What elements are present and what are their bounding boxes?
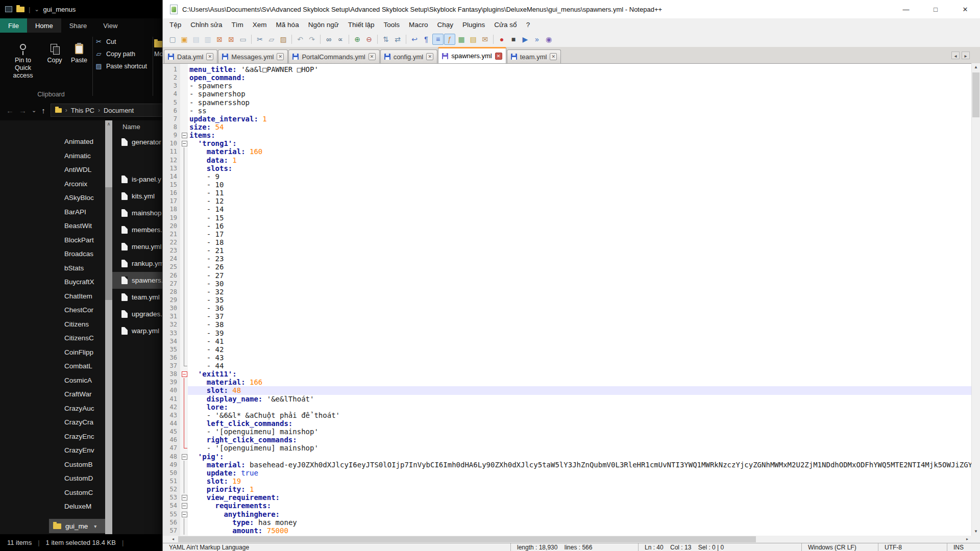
fold-toggle-icon[interactable] xyxy=(180,453,188,461)
pin-to-quick-access-button[interactable]: Pin to Quick access xyxy=(6,37,40,80)
menu-Chạy[interactable]: Chạy xyxy=(433,18,458,32)
menu-Ngôn ngữ[interactable]: Ngôn ngữ xyxy=(304,18,344,32)
file-item-menu.yml[interactable]: menu.yml xyxy=(112,238,164,255)
close-button[interactable]: ✕ xyxy=(950,0,980,18)
zoom-in-icon[interactable]: ⊕ xyxy=(352,34,363,45)
scroll-down-arrow-icon[interactable]: ▼ xyxy=(972,528,980,536)
tree-scrollbar[interactable]: ∧ xyxy=(105,120,112,534)
record-macro-icon[interactable]: ● xyxy=(496,34,507,45)
menu-Cửa sổ[interactable]: Cửa sổ xyxy=(489,18,521,32)
document-map-icon[interactable]: ▦ xyxy=(456,34,467,45)
tree-item-CitizensC[interactable]: CitizensC xyxy=(64,331,105,345)
paste-shortcut-button[interactable]: ▨ Paste shortcut xyxy=(95,62,152,70)
replace-icon[interactable]: ∝ xyxy=(335,34,346,45)
tree-item-CustomB[interactable]: CustomB xyxy=(64,458,105,472)
tree-item-AntiWDL[interactable]: AntiWDL xyxy=(64,163,105,177)
column-header-name[interactable]: Name xyxy=(112,120,164,134)
code-text[interactable]: - 12 xyxy=(188,197,971,205)
code-text[interactable]: - 42 xyxy=(188,345,971,354)
tab-scroll-left-icon[interactable]: ◂ xyxy=(951,52,960,59)
horizontal-scrollbar-thumb[interactable] xyxy=(178,536,756,542)
menu-Thiết lập[interactable]: Thiết lập xyxy=(344,18,379,32)
indent-guide-icon[interactable]: ≡ xyxy=(432,34,444,45)
paste-button[interactable]: Paste xyxy=(67,37,91,64)
tree-item-bStats[interactable]: bStats xyxy=(64,261,105,276)
menu-Mã hóa[interactable]: Mã hóa xyxy=(272,18,304,32)
ribbon-tab-file[interactable]: File xyxy=(0,18,27,33)
file-item-mainshop[interactable]: mainshop xyxy=(112,205,164,221)
tab-PortalCommands.yml[interactable]: PortalCommands.yml✕ xyxy=(288,49,379,63)
menu-Chỉnh sửa[interactable]: Chỉnh sửa xyxy=(186,18,227,32)
tree-item-ASkyBloc[interactable]: ASkyBloc xyxy=(64,191,105,205)
tree-item-Broadcas[interactable]: Broadcas xyxy=(64,247,105,261)
new-file-icon[interactable]: ▢ xyxy=(167,34,178,45)
save-icon[interactable]: ▤ xyxy=(190,34,202,45)
recent-locations-dropdown[interactable]: ⌄ xyxy=(32,107,36,114)
file-item-members.[interactable]: members. xyxy=(112,221,164,238)
code-text[interactable]: material: basehead-eyJ0ZXh0dXJlcyI6eyJTS… xyxy=(188,461,971,469)
breadcrumb-this-pc[interactable]: This PC xyxy=(71,107,94,114)
ribbon-tab-share[interactable]: Share xyxy=(61,18,95,33)
playback-macro-icon[interactable]: ▶ xyxy=(520,34,531,45)
code-text[interactable]: requirements: xyxy=(188,502,971,510)
document-list-icon[interactable]: ▤ xyxy=(468,34,479,45)
code-text[interactable]: - 37 xyxy=(188,312,971,320)
code-text[interactable]: material: 160 xyxy=(188,147,971,156)
tab-config.yml[interactable]: config.yml✕ xyxy=(380,49,438,63)
code-text[interactable]: 'exit11': xyxy=(188,370,971,378)
word-wrap-icon[interactable]: ↩ xyxy=(409,34,420,45)
copy-path-button[interactable]: ▱ Copy path xyxy=(95,50,152,58)
code-text[interactable]: - '[openguimenu] mainshop' xyxy=(188,444,971,452)
tree-item-CrazyCra[interactable]: CrazyCra xyxy=(64,415,105,430)
code-text[interactable]: - 15 xyxy=(188,214,971,222)
file-item-team.yml[interactable]: team.yml xyxy=(112,289,164,306)
open-folder-icon[interactable]: ▣ xyxy=(179,34,190,45)
code-text[interactable]: - 10 xyxy=(188,181,971,189)
menu-Xem[interactable]: Xem xyxy=(248,18,272,32)
tree-item-ChestCor[interactable]: ChestCor xyxy=(64,303,105,317)
stop-recording-icon[interactable]: ■ xyxy=(508,34,519,45)
code-text[interactable]: priority: 1 xyxy=(188,485,971,493)
file-item-warp.yml[interactable]: warp.yml xyxy=(112,322,164,339)
tree-item-DeluxeM[interactable]: DeluxeM xyxy=(64,499,105,514)
zoom-out-icon[interactable]: ⊖ xyxy=(363,34,375,45)
code-text[interactable]: amount: 75000 xyxy=(188,527,971,535)
minimize-button[interactable]: — xyxy=(891,0,921,18)
ribbon-tab-view[interactable]: View xyxy=(95,18,126,33)
copy-button[interactable]: Copy xyxy=(43,37,66,64)
menu-Plugins[interactable]: Plugins xyxy=(458,18,489,32)
code-text[interactable]: - 35 xyxy=(188,296,971,304)
breadcrumb-documents[interactable]: Document xyxy=(104,107,134,114)
code-text[interactable]: - '[openguimenu] mainshop' xyxy=(188,428,971,436)
file-browser-icon[interactable]: ✉ xyxy=(479,34,491,45)
cut-icon[interactable]: ✂ xyxy=(254,34,265,45)
code-text[interactable]: lore: xyxy=(188,403,971,411)
close-tab-icon[interactable]: ✕ xyxy=(550,53,557,60)
tree-item-BeastWit[interactable]: BeastWit xyxy=(64,219,105,233)
tree-item-BlockPart[interactable]: BlockPart xyxy=(64,233,105,247)
close-tab-icon[interactable]: ✕ xyxy=(277,53,284,60)
scroll-up-icon[interactable]: ∧ xyxy=(105,120,112,128)
tree-item-BarAPI[interactable]: BarAPI xyxy=(64,205,105,219)
scroll-right-arrow-icon[interactable]: ▸ xyxy=(963,536,971,543)
tree-item-gui_menus-selected[interactable]: gui_me ▾ xyxy=(49,519,105,533)
code-text[interactable]: - 41 xyxy=(188,337,971,345)
code-text[interactable]: data: 1 xyxy=(188,156,971,164)
close-file-icon[interactable]: ⊠ xyxy=(214,34,225,45)
code-text[interactable]: - spawnersshop xyxy=(188,98,971,107)
print-icon[interactable]: ▭ xyxy=(237,34,249,45)
copy-icon[interactable]: ▱ xyxy=(266,34,277,45)
tree-scrollbar-thumb[interactable] xyxy=(105,187,112,300)
code-text[interactable]: right_click_commands: xyxy=(188,436,971,444)
fold-toggle-icon[interactable] xyxy=(180,131,188,139)
code-text[interactable]: - 18 xyxy=(188,238,971,246)
fold-toggle-icon[interactable] xyxy=(180,370,188,378)
tree-item-CombatL[interactable]: CombatL xyxy=(64,359,105,373)
quick-access-dropdown-icon[interactable]: ⌄ xyxy=(34,6,39,13)
menu-?[interactable]: ? xyxy=(522,18,535,32)
fold-toggle-icon[interactable] xyxy=(180,510,188,518)
expand-caret-icon[interactable]: ▾ xyxy=(94,523,96,529)
maximize-button[interactable]: □ xyxy=(921,0,950,18)
save-macro-icon[interactable]: ◉ xyxy=(543,34,554,45)
code-text[interactable]: - 43 xyxy=(188,354,971,362)
